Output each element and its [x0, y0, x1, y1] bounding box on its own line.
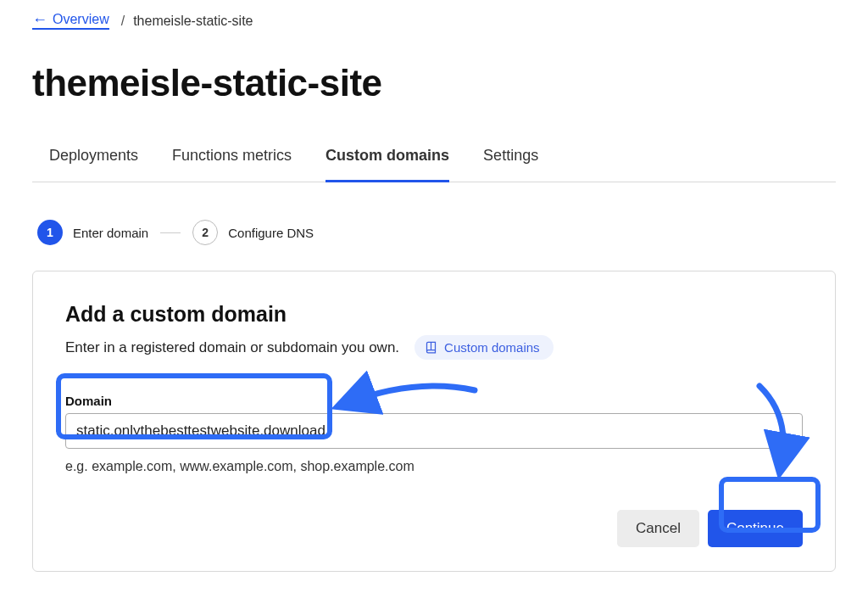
breadcrumb-current: themeisle-static-site [133, 14, 253, 29]
step-enter-domain: 1 Enter domain [37, 220, 148, 245]
breadcrumb-separator: / [121, 14, 125, 29]
domain-field-label: Domain [65, 394, 803, 408]
tab-settings[interactable]: Settings [483, 138, 538, 182]
add-domain-card: Add a custom domain Enter in a registere… [32, 271, 836, 572]
tab-custom-domains[interactable]: Custom domains [326, 138, 449, 182]
step-label-1: Enter domain [73, 226, 148, 240]
breadcrumb-back-link[interactable]: ← Overview [32, 12, 109, 30]
step-number-2: 2 [192, 220, 218, 245]
step-divider [160, 232, 181, 233]
custom-domains-help-link[interactable]: Custom domains [415, 335, 554, 360]
help-link-label: Custom domains [444, 340, 540, 355]
card-description: Enter in a registered domain or subdomai… [65, 339, 399, 356]
card-title: Add a custom domain [65, 302, 803, 327]
breadcrumb: ← Overview / themeisle-static-site [32, 12, 836, 30]
arrow-left-icon: ← [32, 12, 47, 27]
domain-input[interactable] [65, 413, 803, 449]
continue-button[interactable]: Continue [708, 510, 803, 547]
tab-deployments[interactable]: Deployments [49, 138, 138, 182]
cancel-button[interactable]: Cancel [617, 510, 699, 547]
stepper: 1 Enter domain 2 Configure DNS [37, 220, 836, 245]
step-number-1: 1 [37, 220, 63, 245]
step-label-2: Configure DNS [228, 226, 314, 240]
tab-functions-metrics[interactable]: Functions metrics [172, 138, 292, 182]
domain-field: Domain [65, 394, 803, 449]
card-actions: Cancel Continue [65, 510, 803, 547]
page-title: themeisle-static-site [32, 62, 836, 104]
domain-field-hint: e.g. example.com, www.example.com, shop.… [65, 459, 803, 474]
book-icon [425, 341, 437, 354]
breadcrumb-back-label: Overview [53, 12, 109, 27]
step-configure-dns: 2 Configure DNS [192, 220, 314, 245]
tab-bar: Deployments Functions metrics Custom dom… [32, 138, 836, 182]
